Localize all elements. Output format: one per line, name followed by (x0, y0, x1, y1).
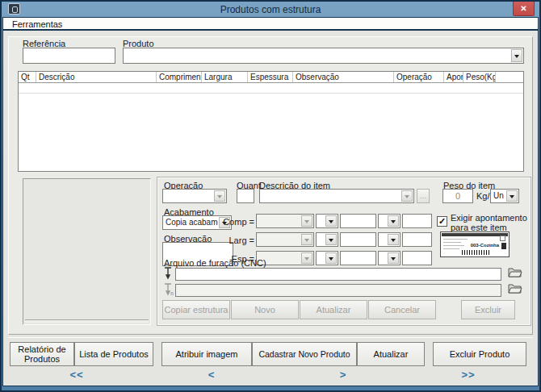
comp-label: Comp = (222, 217, 254, 227)
table-row[interactable] (19, 83, 523, 94)
peso-unit-dropdown-button[interactable] (506, 190, 518, 202)
larg-op-dropdown-button[interactable] (388, 234, 399, 245)
browse-folder-top-button[interactable] (508, 266, 522, 279)
label-text-line (443, 245, 464, 246)
excluir-produto-button[interactable]: Excluir Produto (433, 342, 526, 366)
drill-top-icon (163, 267, 173, 280)
col-operacao[interactable]: Operação (394, 72, 444, 82)
col-observacao[interactable]: Observação (293, 72, 394, 82)
comp-extra-input[interactable] (402, 214, 432, 228)
referencia-input[interactable] (23, 48, 115, 64)
atualizar-item-button[interactable]: Atualizar (300, 300, 367, 319)
esp-dropdown-button[interactable] (301, 252, 312, 264)
esp-op-dropdown-button[interactable] (388, 252, 399, 264)
bottom-button-bar: Relatório de Produtos Lista de Produtos … (10, 342, 531, 366)
structure-table[interactable]: Qt Descrição Comprimento Largura Espessu… (18, 71, 524, 172)
col-comprimento[interactable]: Comprimento (157, 72, 202, 82)
col-espessura[interactable]: Espessura (248, 72, 293, 82)
bottom-separator (8, 337, 533, 338)
larg-unit-combobox[interactable] (316, 232, 338, 247)
col-qt[interactable]: Qt (19, 72, 36, 82)
comp-dropdown-button[interactable] (301, 215, 312, 227)
folder-icon (508, 282, 522, 294)
peso-unit-separator: Kg/ (476, 191, 490, 201)
descricao-item-combobox[interactable] (259, 189, 414, 203)
chevron-down-icon (304, 220, 309, 226)
nav-next-button[interactable]: > (340, 369, 347, 381)
cancelar-item-button[interactable]: Cancelar (368, 300, 436, 319)
chevron-down-icon (329, 239, 333, 244)
excluir-item-button[interactable]: Excluir (461, 300, 515, 319)
chevron-down-icon (329, 220, 333, 226)
peso-unit-value: Un (493, 191, 505, 200)
label-header-bar (442, 233, 508, 236)
cnc-top-file-input[interactable] (175, 268, 501, 281)
operacao-dropdown-button[interactable] (214, 190, 225, 202)
descricao-dropdown-button[interactable] (401, 190, 413, 202)
peso-unit-combobox[interactable]: Un (490, 189, 519, 203)
label-text-line (443, 248, 459, 249)
lista-produtos-button[interactable]: Lista de Produtos (74, 342, 153, 366)
novo-item-button[interactable]: Novo (231, 300, 299, 319)
atribuir-imagem-button[interactable]: Atribuir imagem (161, 342, 252, 366)
produto-dropdown-button[interactable] (511, 49, 522, 62)
drill-bottom-icon: B (163, 283, 174, 296)
atualizar-produto-button[interactable]: Atualizar (357, 342, 425, 366)
title-bar[interactable]: Produtos com estrutura ✕ (2, 2, 539, 17)
menu-bar: Ferramentas (3, 18, 538, 31)
descricao-more-button[interactable]: ... (417, 189, 430, 203)
nav-previous-button[interactable]: < (208, 369, 216, 381)
window-title: Produtos com estrutura (2, 4, 539, 15)
nav-last-button[interactable]: >> (461, 369, 475, 381)
chevron-down-icon (391, 220, 396, 226)
exigir-label-line1: Exigir apontamento (451, 213, 527, 223)
peso-input[interactable] (442, 189, 473, 203)
comp-combobox[interactable] (256, 214, 314, 228)
image-panel-scrollbar[interactable] (25, 319, 149, 323)
chevron-down-icon (514, 55, 519, 60)
larg-op-combobox[interactable] (378, 232, 401, 247)
operacao-combobox[interactable] (162, 189, 227, 203)
item-groupbox: Operação Quant. Descrição do item ... Pe… (157, 177, 531, 326)
comp-op-dropdown-button[interactable] (388, 215, 399, 227)
comp-unit-combobox[interactable] (316, 214, 338, 228)
col-apont[interactable]: Apont. (444, 72, 463, 82)
label-product-text: 003-Cozinha (471, 243, 499, 248)
produto-combobox[interactable] (123, 48, 524, 64)
col-largura[interactable]: Largura (202, 72, 248, 82)
comp-unit-dropdown-button[interactable] (325, 215, 337, 227)
esp-unit-dropdown-button[interactable] (325, 252, 337, 264)
chevron-down-icon (391, 239, 396, 244)
esp-extra-input[interactable] (402, 251, 432, 265)
label-small-box (500, 236, 505, 241)
chevron-down-icon (405, 195, 409, 201)
close-button[interactable]: ✕ (513, 2, 535, 16)
quant-input[interactable] (237, 189, 254, 203)
larg-unit-dropdown-button[interactable] (325, 234, 337, 245)
larg-extra-input[interactable] (402, 232, 432, 247)
esp-op-combobox[interactable] (378, 251, 401, 265)
larg-dropdown-button[interactable] (301, 234, 312, 245)
cadastrar-novo-produto-button[interactable]: Cadastrar Novo Produto (252, 342, 357, 366)
chevron-down-icon (329, 257, 333, 263)
menu-item-ferramentas[interactable]: Ferramentas (9, 19, 65, 29)
copiar-estrutura-button[interactable]: Copiar estrutura (162, 300, 230, 319)
larg-value-input[interactable] (340, 232, 376, 247)
chevron-down-icon (217, 195, 222, 201)
browse-folder-bottom-button[interactable] (508, 282, 522, 295)
product-image-panel (23, 178, 151, 325)
chevron-down-icon (510, 195, 514, 201)
cnc-bottom-file-input[interactable] (175, 284, 501, 297)
exigir-apontamento-checkbox[interactable]: ✓ (437, 216, 447, 227)
comp-value-input[interactable] (340, 214, 376, 228)
col-peso[interactable]: Peso(Kg) (463, 72, 496, 82)
nav-first-button[interactable]: << (69, 369, 83, 381)
cnc-label: Arquivo de furação (CNC) (164, 258, 266, 268)
comp-op-combobox[interactable] (378, 214, 401, 228)
esp-unit-combobox[interactable] (316, 251, 338, 265)
col-descricao[interactable]: Descrição (36, 72, 157, 82)
larg-combobox[interactable] (256, 232, 314, 247)
esp-value-input[interactable] (340, 251, 376, 265)
chevron-down-icon (391, 257, 396, 263)
relatorio-produtos-button[interactable]: Relatório de Produtos (10, 342, 74, 366)
